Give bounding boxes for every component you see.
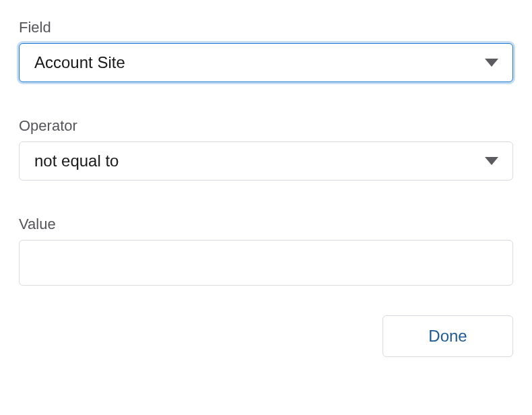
value-input[interactable] bbox=[19, 240, 513, 286]
field-select-wrap: Account Site bbox=[19, 43, 513, 82]
done-button[interactable]: Done bbox=[383, 315, 513, 357]
field-label: Field bbox=[19, 19, 513, 36]
operator-select[interactable]: not equal to bbox=[19, 141, 513, 181]
operator-label: Operator bbox=[19, 117, 513, 135]
operator-select-value: not equal to bbox=[34, 152, 119, 170]
field-group: Field Account Site bbox=[19, 19, 513, 82]
footer: Done bbox=[19, 315, 513, 357]
value-group: Value bbox=[19, 216, 513, 286]
operator-group: Operator not equal to bbox=[19, 117, 513, 181]
operator-select-wrap: not equal to bbox=[19, 141, 513, 181]
field-select-value: Account Site bbox=[34, 53, 125, 72]
value-label: Value bbox=[19, 216, 513, 233]
field-select[interactable]: Account Site bbox=[19, 43, 513, 82]
